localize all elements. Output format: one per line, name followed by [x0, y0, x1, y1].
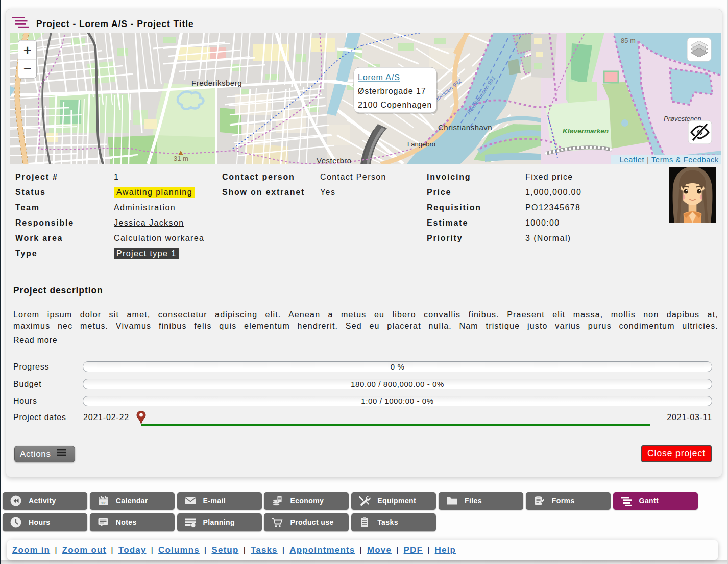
svg-text:12: 12 — [101, 501, 106, 505]
